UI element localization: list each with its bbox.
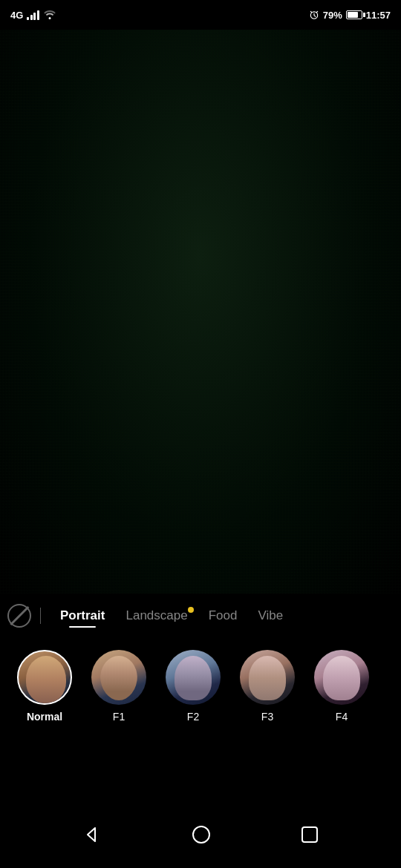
bottom-nav [0, 801, 401, 868]
preset-normal-label: Normal [27, 711, 62, 723]
preset-f4[interactable]: F4 [304, 650, 379, 723]
tab-divider [40, 608, 41, 624]
tab-portrait[interactable]: Portrait [50, 602, 115, 629]
status-bar: 4G 79% 11:57 [0, 0, 401, 30]
battery-percent: 79% [323, 10, 342, 21]
svg-marker-1 [88, 828, 95, 841]
preset-f3[interactable]: F3 [230, 650, 304, 723]
home-button[interactable] [191, 824, 212, 845]
alarm-icon [309, 10, 319, 20]
preset-f1-thumb [91, 650, 146, 705]
preset-f3-thumb [240, 650, 295, 705]
tab-food[interactable]: Food [198, 602, 248, 629]
preset-normal[interactable]: Normal [7, 650, 82, 723]
battery-icon [346, 10, 362, 19]
tab-landscape[interactable]: Landscape [115, 602, 198, 629]
preset-f4-label: F4 [336, 711, 348, 723]
clock: 11:57 [366, 10, 391, 21]
svg-point-2 [193, 826, 209, 843]
landscape-dot [188, 607, 194, 613]
preset-f3-label: F3 [261, 711, 273, 723]
preset-f2-label: F2 [187, 711, 199, 723]
preset-f2[interactable]: F2 [156, 650, 230, 723]
preset-f4-thumb [314, 650, 369, 705]
preset-f1[interactable]: F1 [82, 650, 156, 723]
filter-tabs-bar: Portrait Landscape Food Vibe [0, 594, 401, 638]
signal-bars-icon [27, 10, 39, 20]
tab-vibe[interactable]: Vibe [247, 602, 293, 629]
signal-type: 4G [10, 10, 23, 21]
preset-f2-thumb [166, 650, 221, 705]
status-right: 79% 11:57 [309, 10, 391, 21]
no-filter-button[interactable] [7, 604, 31, 628]
camera-viewfinder [0, 30, 401, 594]
filter-presets-row: Normal F1 F2 F3 F4 [0, 638, 401, 734]
wifi-icon [43, 9, 56, 22]
preset-normal-thumb [17, 650, 72, 705]
recent-button[interactable] [300, 825, 319, 844]
back-button[interactable] [82, 824, 102, 845]
preset-f1-label: F1 [113, 711, 125, 723]
status-left: 4G [10, 9, 56, 22]
svg-rect-3 [302, 827, 317, 842]
